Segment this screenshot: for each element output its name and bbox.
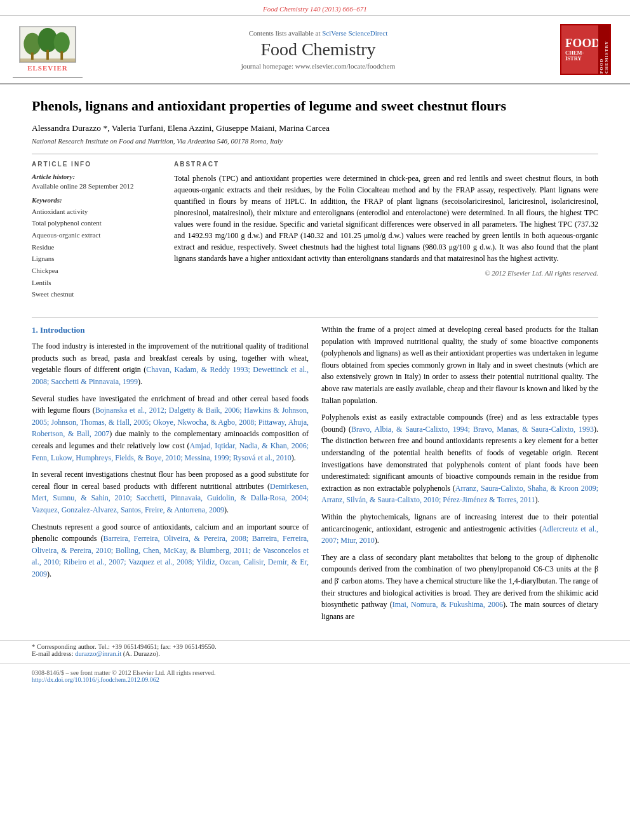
article-history-group: Article history: Available online 28 Sep…	[32, 173, 159, 190]
abstract-label: ABSTRACT	[174, 161, 598, 168]
cite-2[interactable]: Bojnanska et al., 2012; Dalgetty & Baik,…	[32, 406, 309, 438]
cite-1[interactable]: Chavan, Kadam, & Reddy 1993; Dewettinck …	[32, 365, 309, 386]
body-col-left: 1. Introduction The food industry is int…	[32, 324, 309, 627]
cite-r1[interactable]: Bravo, Albia, & Saura-Calixto, 1994; Bra…	[351, 425, 594, 434]
cite-4[interactable]: Demirkesen, Mert, Sumnu, & Sahin, 2010; …	[32, 482, 309, 514]
available-online: Available online 28 September 2012	[32, 182, 159, 190]
elsevier-logo: ELSEVIER	[13, 21, 83, 78]
keywords-list: Antioxidant activity Total polyphenol co…	[32, 206, 159, 301]
body-para-r4: They are a class of secondary plant meta…	[321, 552, 598, 623]
elsevier-wordmark: ELSEVIER	[27, 64, 68, 72]
body-para-2: Several studies have investigated the en…	[32, 393, 309, 464]
abstract-col: ABSTRACT Total phenols (TPC) and antioxi…	[174, 161, 598, 307]
body-para-r3: Within the phytochemicals, lignans are o…	[321, 511, 598, 547]
cite-5[interactable]: Barreira, Ferreira, Oliveira, & Pereira,…	[32, 534, 309, 578]
affiliation: National Research Institute on Food and …	[32, 137, 598, 145]
keyword-8: Sweet chestnut	[32, 288, 159, 300]
copyright: © 2012 Elsevier Ltd. All rights reserved…	[174, 269, 598, 277]
keyword-6: Chickpea	[32, 265, 159, 277]
footer: 0308-8146/$ – see front matter © 2012 El…	[0, 663, 630, 690]
svg-point-4	[54, 32, 70, 53]
keyword-1: Antioxidant activity	[32, 206, 159, 218]
body-para-r1: Within the frame of a project aimed at d…	[321, 324, 598, 406]
journal-title: Food Chemistry	[83, 39, 554, 60]
footnote-text: * Corresponding author. Tel.: +39 065149…	[32, 643, 598, 657]
svg-rect-7	[60, 51, 63, 60]
keyword-4: Residue	[32, 241, 159, 253]
journal-center-block: Contents lists available at SciVerse Sci…	[83, 29, 554, 70]
body-para-r2: Polyphenols exist as easily extractable …	[321, 411, 598, 506]
footnote-email[interactable]: durazzo@inran.it	[75, 650, 121, 657]
badge-food: FOOD	[565, 37, 600, 50]
keyword-2: Total polyphenol content	[32, 217, 159, 229]
body-para-3: In several recent investigations chestnu…	[32, 469, 309, 516]
cite-r4[interactable]: Imai, Nomura, & Fukushima, 2006	[392, 600, 503, 609]
authors-line: Alessandra Durazzo *, Valeria Turfani, E…	[32, 123, 598, 133]
sciverse-line: Contents lists available at SciVerse Sci…	[83, 29, 554, 37]
body-columns: 1. Introduction The food industry is int…	[32, 324, 598, 627]
journal-header: ELSEVIER Contents lists available at Sci…	[0, 16, 630, 84]
cite-3[interactable]: Amjad, Iqtidar, Nadia, & Khan, 2006; Fen…	[32, 441, 309, 462]
badge-vertical-text: FOOD CHEMISTRY	[599, 25, 609, 74]
footnote-email-label: E-mail address:	[32, 650, 74, 657]
article-title: Phenols, lignans and antioxidant propert…	[32, 97, 598, 116]
keyword-3: Aqueous-organic extract	[32, 229, 159, 241]
footer-copyright: 0308-8146/$ – see front matter © 2012 El…	[32, 669, 598, 676]
article-info-abstract: ARTICLE INFO Article history: Available …	[32, 161, 598, 307]
journal-ref: Food Chemistry 140 (2013) 666–671	[263, 5, 367, 13]
footer-doi-link[interactable]: http://dx.doi.org/10.1016/j.foodchem.201…	[32, 676, 159, 683]
footer-doi: http://dx.doi.org/10.1016/j.foodchem.201…	[32, 676, 598, 683]
footnote-asterisk: * Corresponding author. Tel.: +39 065149…	[32, 643, 217, 650]
section1-heading: 1. Introduction	[32, 324, 309, 337]
keywords-heading: Keywords:	[32, 196, 159, 204]
food-chemistry-badge: FOOD CHEM- ISTRY FOOD CHEMISTRY	[554, 24, 617, 75]
keyword-7: Lentils	[32, 277, 159, 289]
footnote-email-suffix: (A. Durazzo).	[123, 650, 160, 657]
body-para-4: Chestnuts represent a good source of ant…	[32, 521, 309, 580]
divider-body	[32, 317, 598, 317]
homepage-line: journal homepage: www.elsevier.com/locat…	[83, 62, 554, 70]
sciverse-link[interactable]: SciVerse ScienceDirect	[322, 29, 387, 37]
body-col-right: Within the frame of a project aimed at d…	[321, 324, 598, 627]
body-para-1: The food industry is interested in the i…	[32, 340, 309, 387]
keywords-group: Keywords: Antioxidant activity Total pol…	[32, 196, 159, 301]
elsevier-image	[19, 26, 76, 63]
paper-content: Phenols, lignans and antioxidant propert…	[0, 84, 630, 640]
abstract-text: Total phenols (TPC) and antioxidant prop…	[174, 173, 598, 264]
svg-rect-8	[20, 58, 76, 62]
cite-r2[interactable]: Arranz, Saura-Calixto, Shaha, & Kroon 20…	[321, 484, 598, 505]
divider-top	[32, 154, 598, 154]
keyword-5: Lignans	[32, 253, 159, 265]
top-header: Food Chemistry 140 (2013) 666–671	[0, 0, 630, 16]
article-history-heading: Article history:	[32, 173, 159, 180]
article-info-col: ARTICLE INFO Article history: Available …	[32, 161, 159, 307]
food-chem-badge-inner: FOOD CHEM- ISTRY FOOD CHEMISTRY	[560, 24, 611, 75]
cite-r3[interactable]: Adlercreutz et al., 2007; Miur, 2010	[321, 524, 598, 545]
authors-text: Alessandra Durazzo *, Valeria Turfani, E…	[32, 123, 330, 133]
svg-rect-6	[46, 50, 49, 60]
footnote-section: * Corresponding author. Tel.: +39 065149…	[0, 640, 630, 657]
article-info-label: ARTICLE INFO	[32, 161, 159, 168]
badge-istry: ISTRY	[565, 56, 582, 62]
